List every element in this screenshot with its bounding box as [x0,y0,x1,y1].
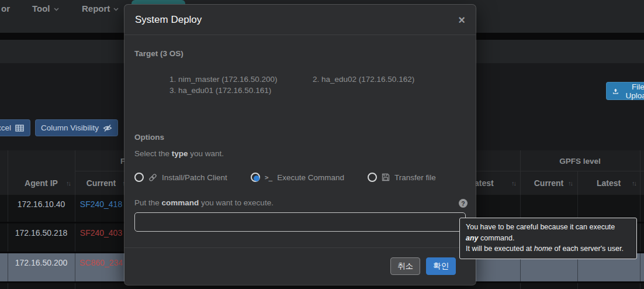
link-icon [148,173,157,182]
table-grid-icon [15,124,24,132]
agent-ip-cell: 172.16.50.218 [8,223,75,252]
modal-header: System Deploy × [124,5,476,35]
tooltip-line: It will be executed at home of each serv… [466,243,631,254]
nav-item-label: Report [82,4,110,13]
grid-line [8,283,8,289]
grid-line [640,283,640,289]
type-prompt: Select the type you want. [134,149,224,158]
command-prompt: Put the command you want to execute. [134,198,273,207]
nav-item-tool[interactable]: Tool [32,4,59,13]
system-deploy-modal: System Deploy × Target (3 OS) 1. nim_mas… [124,5,476,285]
sort-icon: ↑↓ [511,180,515,187]
sort-icon: ↑↓ [568,180,572,187]
column-header-agent-ip[interactable]: Agent IP ↑↓ [8,171,75,195]
radio-label: Transfer file [394,173,436,182]
os-level-cell[interactable]: SF240_403 [75,223,127,252]
group-header-gpfs-level: GPFS level [520,157,640,166]
target-item: 1. nim_master (172.16.50.200) [169,75,278,84]
chevron-down-icon [113,8,119,11]
grid-line [640,223,640,252]
nav-item-partial[interactable]: or [1,4,10,13]
column-header-gpfs-latest[interactable]: Latest ↑↓ [577,171,640,195]
column-header-gpfs-current[interactable]: Current ↑↓ [520,171,577,195]
column-visibility-label: Column Visibility [41,123,99,132]
chevron-down-icon [54,8,59,11]
help-question-icon[interactable]: ? [459,199,468,208]
tooltip-line: You have to be careful because it can ex… [466,222,631,233]
excel-export-button[interactable]: Excel [0,119,30,136]
eye-slash-icon [103,124,112,132]
grid-line [75,283,75,289]
nav-item-label: Tool [32,4,50,13]
radio-transfer-file[interactable]: Transfer file [368,173,436,182]
upload-icon [612,87,619,95]
target-section-heading: Target (3 OS) [134,49,183,58]
column-header-current[interactable]: Current ↑↓ [75,171,127,195]
os-level-cell[interactable]: SC860_234 [75,253,127,281]
nav-item-label: or [1,4,10,13]
cancel-button[interactable]: 취소 [390,257,420,275]
radio-install-patch-client[interactable]: Install/Patch Client [134,173,227,182]
agent-ip-cell: 172.16.50.200 [8,253,75,281]
column-header-partial[interactable]: ↑↓ [0,171,5,195]
radio-label: Execute Command [277,173,344,182]
agent-ip-cell: 172.16.10.40 [8,195,75,222]
radio-label: Install/Patch Client [162,173,227,182]
excel-button-label: Excel [0,123,11,132]
modal-title: System Deploy [135,14,202,26]
options-section-heading: Options [134,133,164,142]
close-icon[interactable]: × [458,14,465,26]
sort-icon: ↑↓ [632,180,636,187]
file-upload-button[interactable]: File Upload [606,82,644,100]
grid-line [640,150,640,195]
target-item: 3. ha_edu01 (172.16.50.161) [169,86,271,95]
nav-item-report[interactable]: Report [82,4,119,13]
radio-button[interactable] [134,173,144,182]
tooltip-line: any command. [466,233,631,244]
radio-button-selected[interactable] [251,173,260,182]
grid-line [640,253,640,281]
file-upload-label: File Upload [623,82,644,100]
column-visibility-button[interactable]: Column Visibility [35,119,118,136]
radio-button[interactable] [368,173,377,182]
radio-execute-command[interactable]: >_ Execute Command [251,173,344,182]
active-tab-indicator [131,0,185,4]
command-warning-tooltip: You have to be careful because it can ex… [459,218,637,259]
target-item: 2. ha_edu02 (172.16.50.162) [313,75,414,84]
grid-line [640,195,640,222]
screen: or Tool Report Excel Column Visibility F… [0,0,644,289]
grid-line [577,283,578,289]
sort-icon: ↑↓ [66,180,70,187]
save-icon [382,173,390,181]
command-input[interactable] [134,212,466,232]
os-level-cell[interactable]: SF240_418 [75,195,127,222]
modal-footer: 취소 확인 [124,247,476,285]
grid-line [520,283,521,289]
terminal-icon: >_ [265,174,272,181]
confirm-button[interactable]: 확인 [426,257,456,275]
